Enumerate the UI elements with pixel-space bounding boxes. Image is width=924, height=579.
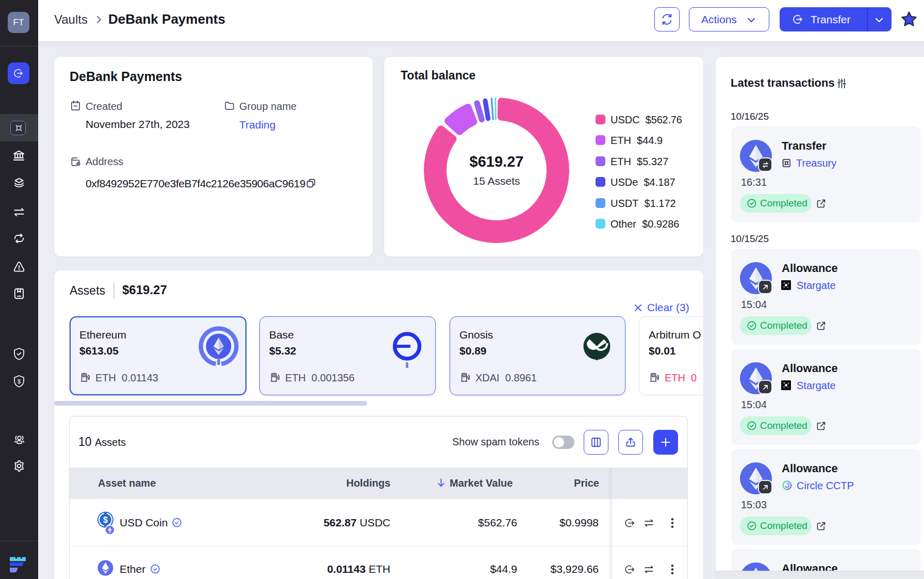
- svg-text:$: $: [103, 516, 108, 524]
- svg-text:$: $: [18, 378, 21, 384]
